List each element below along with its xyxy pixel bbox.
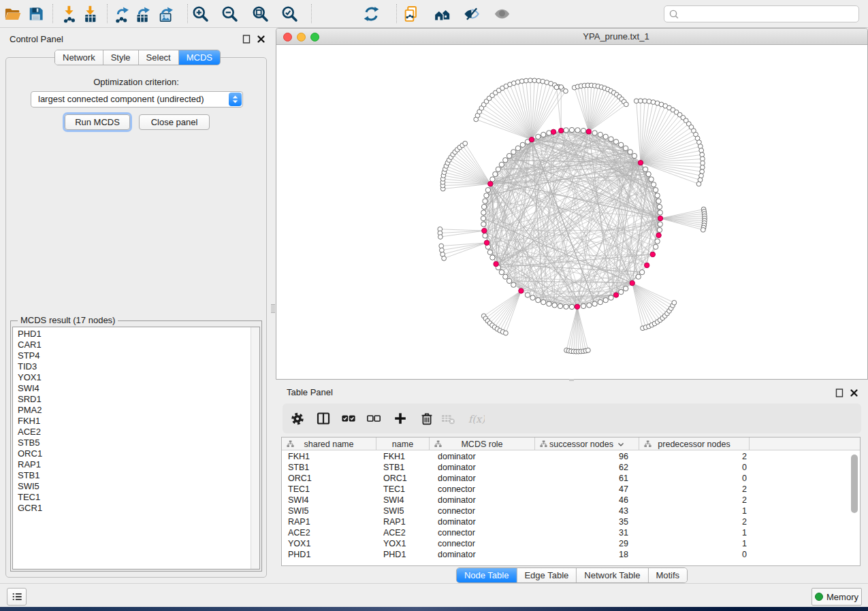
- network-documents-icon[interactable]: [399, 2, 422, 25]
- tab-network-table[interactable]: Network Table: [576, 568, 647, 582]
- tab-node-table[interactable]: Node Table: [457, 568, 517, 582]
- svg-text:f(x): f(x): [468, 414, 485, 425]
- network-view-window: YPA_prune.txt_1: [276, 28, 868, 380]
- import-network-icon[interactable]: [57, 2, 80, 25]
- table-row[interactable]: YOX1YOX1connector291: [282, 538, 860, 549]
- network-window-titlebar[interactable]: YPA_prune.txt_1: [276, 29, 867, 45]
- mcds-result-node[interactable]: PHD1: [13, 329, 250, 340]
- first-neighbors-icon[interactable]: [430, 2, 453, 25]
- table-toolbar: f(x): [283, 403, 861, 433]
- zoom-in-icon[interactable]: [189, 2, 212, 25]
- hierarchy-icon: [540, 440, 547, 450]
- table-row[interactable]: ACE2ACE2connector311: [282, 527, 860, 538]
- table-row[interactable]: SWI4SWI4dominator462: [282, 495, 860, 506]
- table-row[interactable]: STB1STB1dominator620: [282, 462, 860, 473]
- mcds-result-node[interactable]: SWI5: [13, 481, 250, 492]
- mcds-result-node[interactable]: PMA2: [13, 405, 250, 416]
- network-window-title: YPA_prune.txt_1: [365, 31, 867, 42]
- mcds-result-group: MCDS result (17 nodes) PHD1CAR1STP4TID3Y…: [10, 320, 262, 572]
- deselect-all-icon[interactable]: [366, 410, 382, 427]
- open-session-icon[interactable]: [1, 2, 24, 25]
- zoom-out-icon[interactable]: [218, 2, 241, 25]
- export-image-icon[interactable]: [155, 2, 178, 25]
- table-row[interactable]: PHD1PHD1dominator180: [282, 549, 860, 560]
- tab-style[interactable]: Style: [103, 50, 138, 65]
- refresh-icon[interactable]: [359, 2, 383, 25]
- mcds-result-node[interactable]: FKH1: [13, 416, 250, 427]
- table-row[interactable]: FKH1FKH1dominator962: [282, 451, 860, 462]
- memory-button[interactable]: Memory: [811, 588, 862, 606]
- memory-label: Memory: [826, 592, 858, 602]
- memory-status-icon: [815, 593, 823, 601]
- select-all-icon[interactable]: [340, 410, 357, 427]
- mcds-result-node[interactable]: TID3: [13, 361, 250, 372]
- tab-select[interactable]: Select: [138, 50, 178, 65]
- mcds-result-node[interactable]: ACE2: [13, 427, 250, 437]
- table-row[interactable]: SWI5SWI5connector431: [282, 506, 860, 516]
- float-panel-icon[interactable]: [242, 34, 251, 44]
- column-header-name[interactable]: name: [376, 437, 430, 450]
- mcds-result-node[interactable]: GCR1: [13, 503, 250, 514]
- export-network-icon[interactable]: [110, 2, 133, 25]
- delete-column-icon[interactable]: [419, 410, 435, 427]
- mcds-result-node[interactable]: STB5: [13, 437, 250, 448]
- close-panel-button[interactable]: Close panel: [139, 114, 210, 130]
- float-table-panel-icon[interactable]: [835, 388, 844, 397]
- column-header-successor-nodes[interactable]: successor nodes: [535, 437, 639, 450]
- toolbar-separator: [107, 4, 108, 23]
- list-icon: [10, 590, 24, 604]
- close-panel-icon[interactable]: [256, 34, 266, 44]
- mcds-result-node[interactable]: YOX1: [13, 372, 250, 383]
- hide-selected-icon[interactable]: [460, 2, 483, 25]
- table-row[interactable]: ORC1ORC1dominator610: [282, 473, 860, 484]
- mcds-result-title: MCDS result (17 nodes): [18, 315, 118, 325]
- vertical-splitter-handle[interactable]: [271, 304, 275, 313]
- tab-edge-table[interactable]: Edge Table: [516, 568, 576, 582]
- run-mcds-button[interactable]: Run MCDS: [65, 114, 130, 130]
- save-session-icon[interactable]: [24, 2, 47, 25]
- search-icon: [669, 9, 680, 20]
- table-settings-icon[interactable]: [289, 410, 306, 427]
- function-builder-icon: f(x): [468, 410, 485, 427]
- show-columns-icon[interactable]: [315, 410, 332, 427]
- mcds-result-node[interactable]: RAP1: [13, 459, 250, 470]
- window-zoom-icon[interactable]: [310, 33, 319, 42]
- window-close-icon[interactable]: [283, 33, 292, 42]
- mcds-result-node[interactable]: CAR1: [13, 340, 250, 350]
- toolbar-separator: [187, 4, 188, 23]
- mcds-result-node[interactable]: SRD1: [13, 394, 250, 405]
- mcds-list-scrollbar[interactable]: [251, 327, 259, 569]
- task-history-button[interactable]: [7, 588, 27, 606]
- mcds-result-node[interactable]: SWI4: [13, 383, 250, 394]
- mcds-result-node[interactable]: TEC1: [13, 492, 250, 503]
- export-table-icon[interactable]: [131, 2, 155, 25]
- zoom-selected-icon[interactable]: [278, 2, 301, 25]
- add-column-icon[interactable]: [392, 410, 408, 427]
- table-row[interactable]: RAP1RAP1dominator352: [282, 516, 860, 527]
- window-minimize-icon[interactable]: [297, 33, 306, 42]
- control-panel: Control Panel NetworkStyleSelectMCDS Opt…: [0, 28, 274, 583]
- network-canvas[interactable]: [276, 45, 867, 379]
- close-table-panel-icon[interactable]: [849, 388, 858, 397]
- show-all-icon[interactable]: [490, 2, 513, 25]
- tab-motifs[interactable]: Motifs: [647, 568, 687, 582]
- mcds-result-node[interactable]: STB1: [13, 470, 250, 481]
- column-header-MCDS-role[interactable]: MCDS role: [430, 437, 535, 450]
- column-header-predecessor-nodes[interactable]: predecessor nodes: [639, 437, 750, 450]
- mcds-result-node[interactable]: STP4: [13, 350, 250, 361]
- tab-network[interactable]: Network: [55, 50, 103, 65]
- search-input[interactable]: [664, 5, 859, 22]
- desktop-wallpaper-strip: [0, 607, 868, 611]
- search-field[interactable]: [682, 7, 852, 21]
- table-row[interactable]: TEC1TEC1connector472: [282, 484, 860, 495]
- mcds-result-list[interactable]: PHD1CAR1STP4TID3YOX1SWI4SRD1PMA2FKH1ACE2…: [12, 327, 260, 569]
- column-header-shared-name[interactable]: shared name: [282, 437, 376, 450]
- import-table-icon[interactable]: [78, 2, 101, 25]
- tab-mcds[interactable]: MCDS: [178, 50, 220, 65]
- control-panel-title: Control Panel: [10, 34, 63, 44]
- zoom-fit-icon[interactable]: [248, 2, 272, 25]
- table-scrollbar[interactable]: [850, 452, 859, 561]
- criterion-select[interactable]: largest connected component (undirected): [31, 91, 243, 108]
- mcds-result-node[interactable]: ORC1: [13, 448, 250, 459]
- toolbar-separator: [52, 4, 53, 23]
